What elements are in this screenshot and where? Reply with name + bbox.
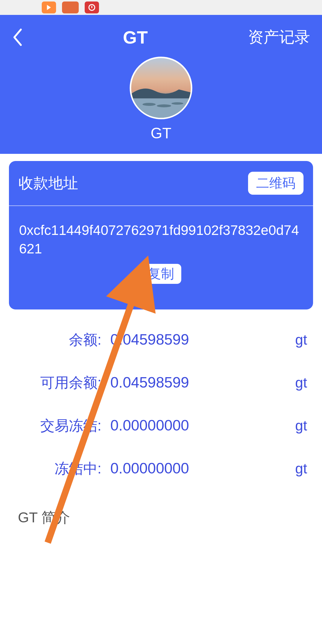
- token-intro-heading: GT 简介: [0, 502, 322, 533]
- card-header: 收款地址 二维码: [9, 161, 313, 206]
- balance-unit: gt: [295, 374, 307, 391]
- balance-value: 0.04598599: [101, 331, 295, 348]
- balance-value: 0.00000000: [101, 417, 295, 434]
- asset-records-link[interactable]: 资产记录: [248, 27, 310, 48]
- balance-unit: gt: [295, 460, 307, 477]
- balance-row-freezing: 冻结中: 0.00000000 gt: [15, 459, 307, 478]
- balance-value: 0.04598599: [101, 374, 295, 391]
- qr-code-button[interactable]: 二维码: [248, 172, 304, 195]
- svg-point-6: [171, 102, 183, 105]
- balance-row-available: 可用余额: 0.04598599 gt: [15, 373, 307, 392]
- balance-label: 冻结中:: [15, 459, 101, 478]
- balance-row-trade-frozen: 交易冻结: 0.00000000 gt: [15, 416, 307, 435]
- receive-address-label: 收款地址: [18, 173, 78, 193]
- address-block: 0xcfc11449f4072762971fd99102f37832e0d746…: [9, 206, 313, 292]
- avatar-section: GT: [0, 57, 322, 142]
- svg-point-5: [157, 104, 171, 107]
- svg-marker-0: [47, 5, 51, 10]
- nav-bar: GT 资产记录: [0, 21, 322, 57]
- token-symbol-label: GT: [151, 125, 171, 142]
- wallet-address: 0xcfc11449f4072762971fd99102f37832e0d746…: [19, 221, 303, 258]
- back-icon[interactable]: [12, 28, 23, 47]
- balance-value: 0.00000000: [101, 460, 295, 477]
- svg-rect-3: [131, 98, 191, 118]
- balance-label: 余额:: [15, 330, 101, 349]
- receive-address-card: 收款地址 二维码 0xcfc11449f4072762971fd99102f37…: [9, 161, 313, 309]
- copy-button[interactable]: 复制: [141, 264, 181, 284]
- hero-header: GT 资产记录 GT: [0, 15, 322, 154]
- balance-label: 交易冻结:: [15, 416, 101, 435]
- svg-point-4: [143, 103, 156, 106]
- balance-label: 可用余额:: [15, 373, 101, 392]
- balances-section: 余额: 0.04598599 gt 可用余额: 0.04598599 gt 交易…: [0, 309, 322, 478]
- status-app-icon-3: [85, 1, 99, 13]
- token-avatar: [130, 57, 192, 119]
- status-app-icon-2: [62, 1, 79, 13]
- balance-unit: gt: [295, 332, 307, 348]
- balance-row-total: 余额: 0.04598599 gt: [15, 330, 307, 349]
- page-title: GT: [123, 27, 148, 48]
- status-bar: [0, 0, 322, 15]
- balance-unit: gt: [295, 417, 307, 434]
- status-app-icon-1: [42, 1, 56, 13]
